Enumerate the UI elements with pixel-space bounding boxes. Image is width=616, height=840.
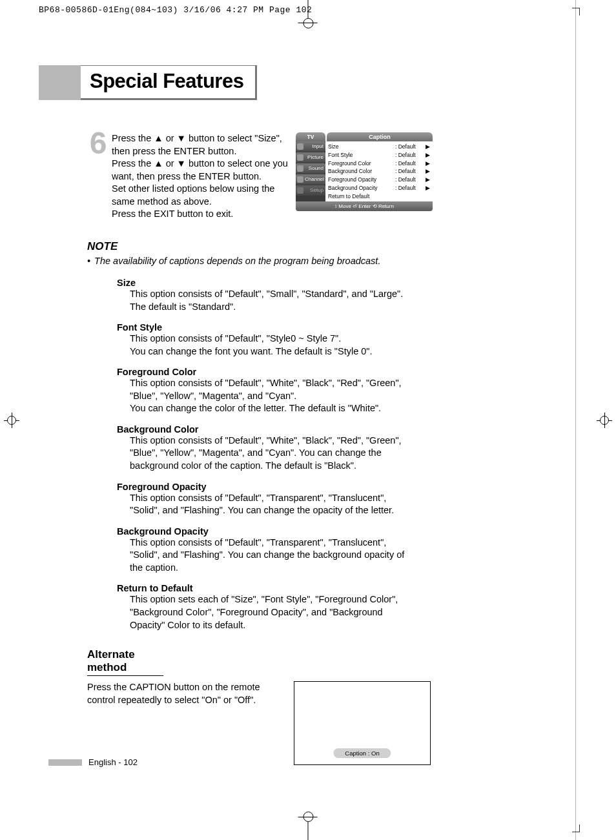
osd-row-fontstyle: Font Style: Default▶ [328, 151, 430, 159]
footer-text: English - 102 [88, 757, 138, 767]
opt-desc: This option consists of "Default", "Smal… [130, 288, 413, 313]
opt-title: Font Style [117, 322, 433, 333]
step-number: 6 [87, 131, 109, 221]
osd-row-bgopacity: Background Opacity: Default▶ [328, 184, 430, 192]
registration-left [4, 413, 19, 428]
opt-title: Foreground Color [117, 367, 433, 377]
bullet-icon: • [87, 256, 90, 266]
opt-bgcolor: Background Color This option consists of… [117, 424, 433, 473]
opt-title: Background Opacity [117, 526, 433, 537]
page-footer: English - 102 [48, 757, 138, 767]
step-text: Press the ▲ or ▼ button to select "Size"… [112, 132, 293, 221]
trim-corner-br [572, 825, 580, 832]
crop-mark-top [308, 0, 309, 19]
tv-screen-box: Caption : On [294, 681, 431, 765]
caption-pill: Caption : On [333, 748, 391, 758]
opt-desc: This option consists of "Default", "Tran… [130, 537, 413, 575]
osd-side-sound: Sound [296, 163, 325, 174]
osd-row-return: Return to Default [328, 192, 430, 201]
trim-corner-tr [572, 8, 580, 15]
opt-desc: This option consists of "Default", "Whit… [130, 435, 413, 473]
osd-screenshot: TV Caption Input Picture Sound Channel S… [296, 132, 433, 211]
osd-side-input: Input [296, 141, 325, 152]
opt-title: Size [117, 278, 433, 288]
osd-row-size: Size: Default▶ [328, 143, 430, 151]
osd-row-fgcolor: Foreground Color: Default▶ [328, 159, 430, 168]
opt-size: Size This option consists of "Default", … [117, 278, 433, 313]
opt-desc: This option sets each of "Size", "Font S… [130, 593, 413, 631]
alternate-heading: Alternate method [87, 648, 163, 676]
note-line: • The availability of captions depends o… [87, 256, 433, 266]
osd-row-bgcolor: Background Color: Default▶ [328, 167, 430, 176]
opt-fgopacity: Foreground Opacity This option consists … [117, 482, 433, 517]
opt-desc: This option consists of "Default", "Styl… [130, 333, 413, 358]
opt-desc: This option consists of "Default", "Tran… [130, 492, 413, 517]
opt-title: Foreground Opacity [117, 482, 433, 492]
osd-side-picture: Picture [296, 152, 325, 163]
opt-title: Background Color [117, 424, 433, 435]
registration-right [597, 413, 612, 428]
opt-fontstyle: Font Style This option consists of "Defa… [117, 322, 433, 358]
opt-desc: This option consists of "Default", "Whit… [130, 377, 413, 415]
footer-accent [48, 759, 82, 766]
options-block: Size This option consists of "Default", … [117, 278, 433, 631]
osd-row-fgopacity: Foreground Opacity: Default▶ [328, 176, 430, 184]
opt-bgopacity: Background Opacity This option consists … [117, 526, 433, 575]
opt-title: Return to Default [117, 583, 433, 593]
alternate-text: Press the CAPTION button on the remote c… [87, 681, 281, 765]
osd-title: Caption [327, 132, 433, 141]
osd-footer: ↕ Move ⏎ Enter ⟲ Return [296, 201, 433, 211]
opt-fgcolor: Foreground Color This option consists of… [117, 367, 433, 415]
crop-mark-bottom [308, 821, 309, 840]
opt-return: Return to Default This option sets each … [117, 583, 433, 631]
osd-sidebar: Input Picture Sound Channel Setup [296, 141, 325, 201]
note-heading: NOTE [87, 240, 433, 253]
osd-side-setup: Setup [296, 185, 325, 196]
note-text: The availability of captions depends on … [94, 256, 380, 266]
osd-side-channel: Channel [296, 174, 325, 185]
trim-line [575, 0, 576, 840]
title-accent [39, 65, 81, 100]
osd-list: Size: Default▶ Font Style: Default▶ Fore… [325, 141, 433, 201]
osd-tv-label: TV [296, 132, 325, 141]
page-title: Special Features [81, 65, 257, 100]
title-bar: Special Features [39, 65, 616, 100]
